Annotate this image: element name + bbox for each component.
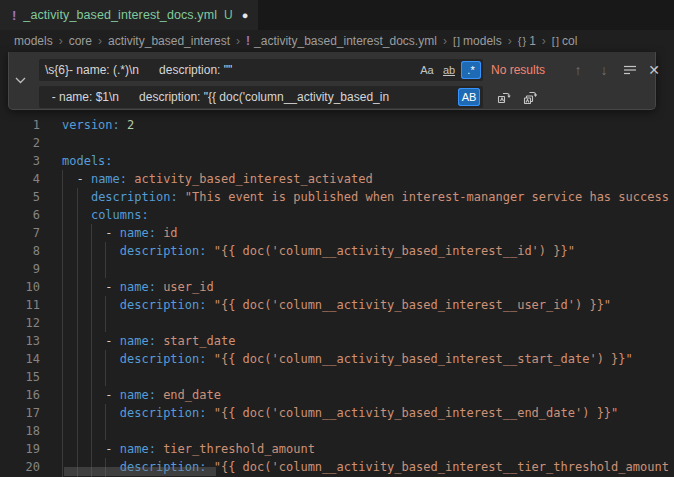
find-in-selection-icon[interactable] [619,59,641,81]
code-text: - name: end_date [62,386,221,404]
tab-activity-docs[interactable]: ! _activity_based_interest_docs.yml U ● [0,0,258,30]
line-number[interactable]: 4 [0,170,40,188]
next-match-icon[interactable]: ↓ [593,59,615,81]
breadcrumb-item[interactable]: !_activity_based_interest_docs.yml [246,34,437,48]
regex-icon[interactable]: .* [461,61,481,79]
line-number[interactable]: 20 [0,458,40,476]
line-number[interactable]: 11 [0,296,40,314]
code-line[interactable]: 19 - name: tier_threshold_amount [0,440,674,458]
line-number[interactable]: 1 [0,116,40,134]
line-number[interactable]: 16 [0,386,40,404]
code-line[interactable]: 10 - name: user_id [0,278,674,296]
breadcrumb-item[interactable]: [ ]col [552,34,578,48]
replace-icon[interactable] [493,86,515,108]
code-line[interactable]: 13 - name: start_date [0,332,674,350]
replace-input-value: - name: $1\n description: "{{ doc('colum… [45,90,389,104]
git-untracked-badge: U [224,8,233,22]
indent-guide [105,242,106,278]
editor-code-area[interactable]: 1version: 223models:4 - name: activity_b… [0,52,674,477]
previous-match-icon[interactable]: ↑ [567,59,589,81]
object-icon: { } [518,35,525,47]
code-line[interactable]: 16 - name: end_date [0,386,674,404]
code-line[interactable]: 2 [0,134,674,152]
line-number[interactable]: 6 [0,206,40,224]
breadcrumb-item[interactable]: models [14,34,53,48]
line-number[interactable]: 14 [0,350,40,368]
breadcrumb-item[interactable]: { }1 [518,34,536,48]
line-number[interactable]: 2 [0,134,40,152]
breadcrumb-item[interactable]: [ ]models [453,34,502,48]
code-line[interactable]: 5 description: "This event is published … [0,188,674,206]
breadcrumb-label: models [463,34,502,48]
yaml-icon: ! [246,34,250,48]
indent-guide [105,404,106,440]
code-line[interactable]: 9 [0,260,674,278]
line-number[interactable]: 13 [0,332,40,350]
line-number[interactable]: 17 [0,404,40,422]
code-text: version: 2 [62,116,134,134]
code-line[interactable]: 18 [0,422,674,440]
code-line[interactable]: 17 description: "{{ doc('column__activit… [0,404,674,422]
code-text: - name: start_date [62,332,235,350]
line-number[interactable]: 8 [0,242,40,260]
modified-dot-icon[interactable]: ● [242,9,249,21]
find-toggles: Aa ab .* [417,61,481,79]
code-text: columns: [62,206,149,224]
breadcrumb-separator: › [508,34,512,48]
code-line[interactable]: 6 columns: [0,206,674,224]
code-text: description: "{{ doc('column__activity_b… [62,404,618,422]
breadcrumb: models›core›activity_based_interest›!_ac… [0,30,674,52]
line-number[interactable]: 15 [0,368,40,386]
breadcrumb-item[interactable]: core [69,34,92,48]
line-number[interactable]: 12 [0,314,40,332]
breadcrumb-separator: › [98,34,102,48]
horizontal-scrollbar[interactable] [64,467,216,476]
yaml-file-icon: ! [12,8,16,23]
code-text: - name: tier_threshold_amount [62,440,315,458]
code-text: description: "{{ doc('column__activity_b… [62,242,575,260]
chevron-down-icon[interactable] [9,52,31,108]
line-number[interactable]: 5 [0,188,40,206]
code-line[interactable]: 15 [0,368,674,386]
code-line[interactable]: 4 - name: activity_based_interest_activa… [0,170,674,188]
tab-bar: ! _activity_based_interest_docs.yml U ● [0,0,674,30]
line-number[interactable]: 3 [0,152,40,170]
code-line[interactable]: 14 description: "{{ doc('column__activit… [0,350,674,368]
find-input-value: \s{6}- name: (.*)\n description: "" [45,63,232,77]
code-line[interactable]: 12 [0,314,674,332]
match-case-icon[interactable]: Aa [417,61,437,79]
code-text: - name: activity_based_interest_activate… [62,170,373,188]
code-text: description: "{{ doc('column__activity_b… [62,350,633,368]
code-text: - name: user_id [62,278,214,296]
whole-word-icon[interactable]: ab [439,61,459,79]
indent-guide [77,188,78,477]
indent-guide [105,350,106,386]
array-icon: [ ] [552,35,558,47]
close-icon[interactable]: ✕ [643,59,665,81]
breadcrumb-label: 1 [529,34,536,48]
code-line[interactable]: 7 - name: id [0,224,674,242]
code-line[interactable]: 1version: 2 [0,116,674,134]
breadcrumb-separator: › [542,34,546,48]
breadcrumb-item[interactable]: activity_based_interest [108,34,230,48]
preserve-case-icon[interactable]: AB [458,88,480,106]
replace-all-icon[interactable] [519,86,541,108]
code-line[interactable]: 11 description: "{{ doc('column__activit… [0,296,674,314]
line-number[interactable]: 7 [0,224,40,242]
find-input[interactable]: \s{6}- name: (.*)\n description: "" Aa a… [39,59,483,81]
breadcrumb-label: core [69,34,92,48]
breadcrumb-label: models [14,34,53,48]
line-number[interactable]: 9 [0,260,40,278]
breadcrumb-separator: › [443,34,447,48]
code-line[interactable]: 3models: [0,152,674,170]
line-number[interactable]: 19 [0,440,40,458]
line-number[interactable]: 18 [0,422,40,440]
breadcrumb-label: col [562,34,577,48]
find-replace-widget: \s{6}- name: (.*)\n description: "" Aa a… [8,52,656,110]
code-text: description: "{{ doc('column__activity_b… [62,296,611,314]
replace-input[interactable]: - name: $1\n description: "{{ doc('colum… [39,86,483,108]
code-line[interactable]: 8 description: "{{ doc('column__activity… [0,242,674,260]
code-text: - name: id [62,224,178,242]
line-number[interactable]: 10 [0,278,40,296]
code-text: models: [62,152,113,170]
